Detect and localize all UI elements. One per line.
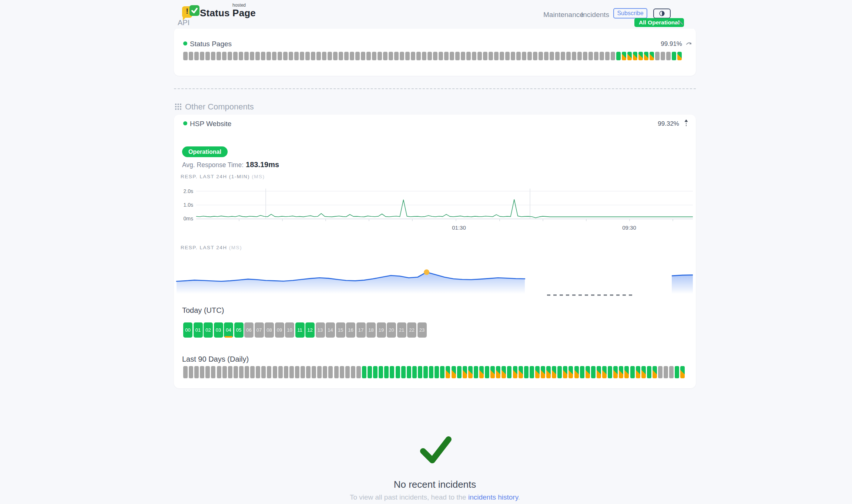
uptime-bar[interactable] — [255, 52, 260, 60]
uptime-bar[interactable] — [222, 366, 227, 378]
uptime-bar[interactable] — [205, 52, 210, 60]
hour-block-00[interactable]: 00 — [183, 322, 192, 338]
uptime-bar[interactable] — [468, 366, 473, 378]
hour-block-19[interactable]: 19 — [377, 322, 386, 338]
hour-block-18[interactable]: 18 — [366, 322, 376, 338]
uptime-bar[interactable] — [233, 52, 238, 60]
uptime-bar[interactable] — [591, 366, 596, 378]
uptime-bar[interactable] — [557, 366, 562, 378]
uptime-bar[interactable] — [519, 366, 523, 378]
hour-block-06[interactable]: 06 — [244, 322, 254, 338]
uptime-bar[interactable] — [267, 366, 271, 378]
uptime-bar[interactable] — [433, 52, 437, 60]
uptime-bar[interactable] — [418, 366, 422, 378]
uptime-bar[interactable] — [502, 366, 506, 378]
uptime-bar[interactable] — [566, 52, 571, 60]
uptime-bar[interactable] — [322, 52, 326, 60]
uptime-bar[interactable] — [494, 52, 499, 60]
hour-block-08[interactable]: 08 — [265, 322, 274, 338]
hour-block-11[interactable]: 11 — [295, 322, 305, 338]
uptime-bar[interactable] — [583, 52, 587, 60]
uptime-bar[interactable] — [294, 52, 299, 60]
uptime-bar[interactable] — [472, 52, 476, 60]
uptime-bar[interactable] — [239, 366, 244, 378]
uptime-bar[interactable] — [450, 52, 454, 60]
uptime-bar[interactable] — [479, 366, 484, 378]
uptime-bar[interactable] — [446, 366, 450, 378]
response-sparkline-chart[interactable] — [174, 255, 696, 301]
uptime-bar[interactable] — [261, 52, 265, 60]
uptime-bar[interactable] — [200, 52, 204, 60]
uptime-bar[interactable] — [461, 52, 465, 60]
hour-block-21[interactable]: 21 — [397, 322, 406, 338]
hour-block-12[interactable]: 12 — [305, 322, 315, 338]
uptime-bar[interactable] — [641, 366, 646, 378]
uptime-bar[interactable] — [568, 366, 573, 378]
uptime-bar[interactable] — [261, 366, 266, 378]
uptime-bar[interactable] — [412, 366, 417, 378]
uptime-bar[interactable] — [222, 52, 227, 60]
uptime-bar[interactable] — [636, 366, 640, 378]
hour-block-15[interactable]: 15 — [336, 322, 345, 338]
uptime-bar[interactable] — [411, 52, 415, 60]
incidents-history-link[interactable]: incidents history — [468, 493, 518, 501]
uptime-bar[interactable] — [295, 366, 299, 378]
uptime-bar[interactable] — [394, 52, 399, 60]
uptime-bar[interactable] — [234, 366, 238, 378]
uptime-bar[interactable] — [317, 366, 322, 378]
uptime-bar[interactable] — [217, 52, 221, 60]
uptime-bar[interactable] — [278, 52, 282, 60]
uptime-bar[interactable] — [401, 366, 406, 378]
uptime-bar[interactable] — [361, 52, 365, 60]
uptime-bar[interactable] — [427, 52, 432, 60]
uptime-bar[interactable] — [505, 52, 510, 60]
uptime-bar[interactable] — [244, 52, 249, 60]
uptime-bar[interactable] — [600, 52, 604, 60]
uptime-bar[interactable] — [250, 366, 255, 378]
uptime-bar[interactable] — [546, 366, 551, 378]
uptime-bar[interactable] — [328, 366, 333, 378]
uptime-bar[interactable] — [256, 366, 260, 378]
uptime-bar[interactable] — [328, 52, 332, 60]
uptime-bar[interactable] — [379, 366, 383, 378]
uptime-bar[interactable] — [384, 366, 389, 378]
uptime-bar[interactable] — [474, 366, 478, 378]
uptime-bar[interactable] — [289, 52, 293, 60]
uptime-bar[interactable] — [574, 366, 579, 378]
hour-block-10[interactable]: 10 — [285, 322, 294, 338]
uptime-bar[interactable] — [383, 52, 388, 60]
uptime-bar[interactable] — [194, 366, 199, 378]
uptime-bar[interactable] — [664, 366, 668, 378]
uptime-bar[interactable] — [228, 52, 232, 60]
uptime-bar[interactable] — [183, 52, 188, 60]
uptime-bar[interactable] — [368, 366, 372, 378]
uptime-bar[interactable] — [273, 366, 277, 378]
uptime-bar[interactable] — [435, 366, 439, 378]
uptime-bar[interactable] — [217, 366, 221, 378]
uptime-bar[interactable] — [552, 366, 556, 378]
hour-block-04[interactable]: 04 — [224, 322, 233, 338]
uptime-bar[interactable] — [605, 52, 610, 60]
uptime-bar[interactable] — [677, 52, 682, 60]
uptime-bar[interactable] — [455, 52, 460, 60]
uptime-bar[interactable] — [373, 366, 378, 378]
uptime-bar[interactable] — [283, 52, 288, 60]
uptime-bar[interactable] — [189, 366, 193, 378]
subscribe-button[interactable]: Subscribe — [613, 8, 647, 18]
uptime-bar[interactable] — [611, 52, 615, 60]
uptime-bar[interactable] — [672, 52, 676, 60]
hour-block-16[interactable]: 16 — [346, 322, 355, 338]
uptime-bar[interactable] — [423, 366, 428, 378]
hour-block-05[interactable]: 05 — [234, 322, 244, 338]
uptime-bar[interactable] — [655, 52, 660, 60]
uptime-bar[interactable] — [586, 366, 590, 378]
uptime-bar[interactable] — [194, 52, 199, 60]
uptime-bar[interactable] — [477, 52, 482, 60]
uptime-bar[interactable] — [658, 366, 663, 378]
uptime-bar[interactable] — [535, 366, 540, 378]
hour-block-03[interactable]: 03 — [214, 322, 223, 338]
uptime-bar[interactable] — [633, 52, 637, 60]
uptime-bar[interactable] — [344, 52, 349, 60]
uptime-bar[interactable] — [422, 52, 426, 60]
uptime-bar[interactable] — [306, 366, 311, 378]
